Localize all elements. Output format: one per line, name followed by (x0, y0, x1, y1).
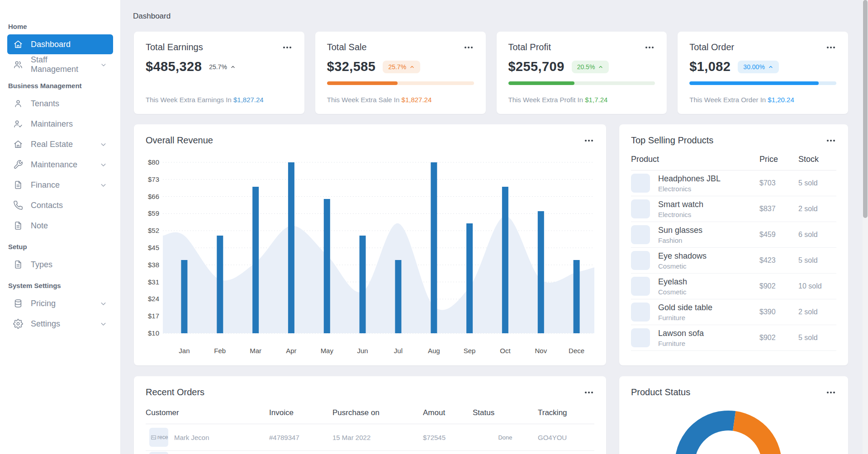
change-value: 30.00% (743, 63, 764, 71)
orders-column-header-status: Status (473, 408, 538, 417)
panel-head: Recent Orders (134, 376, 606, 397)
sidebar-item-label: Finance (31, 180, 60, 190)
ellipsis-icon (645, 46, 654, 49)
sidebar-item-label: Types (31, 260, 52, 270)
card-value: $485,328 (146, 59, 202, 74)
y-axis-label: $38 (148, 261, 159, 269)
revenue-bar-feb (217, 236, 223, 333)
card-value: $255,709 (508, 59, 564, 74)
footer-value: $1,827.24 (233, 96, 264, 104)
chevron-up-icon (768, 64, 773, 70)
footer-value: $1,827.24 (402, 96, 432, 104)
products-column-header-product: Product (631, 155, 759, 164)
stat-card-total-earnings: Total Earnings$485,32825.7%This Week Ext… (134, 32, 304, 114)
revenue-bar-nov (538, 211, 544, 333)
card-footer: This Week Extra Profit In $1,7.24 (508, 96, 655, 104)
product-stock: 2 sold (798, 205, 836, 213)
x-axis-label: Jul (394, 347, 403, 355)
product-name: Sun glasses (658, 226, 702, 235)
ellipsis-button[interactable] (825, 44, 836, 51)
wrench-icon (13, 160, 23, 170)
sidebar-item-dashboard[interactable]: Dashboard (7, 34, 113, 54)
product-thumbnail (631, 225, 650, 244)
sidebar-item-maintainers[interactable]: Maintainers (7, 114, 113, 134)
ellipsis-button[interactable] (825, 137, 836, 144)
product-text: Lawson sofaFurniture (658, 329, 704, 347)
chevron-down-icon (100, 161, 107, 169)
product-price: $390 (759, 308, 798, 316)
sidebar-item-settings[interactable]: Settings (7, 314, 113, 334)
card-title: Total Sale (327, 42, 367, 52)
progress-bar (327, 81, 474, 85)
footer-text: This Week Extra Earnings In (146, 96, 233, 104)
product-stock: 5 sold (798, 256, 836, 265)
ellipsis-button[interactable] (644, 44, 655, 51)
product-main: Lawson sofaFurniture (631, 328, 759, 347)
y-axis-label: $52 (148, 227, 159, 234)
sidebar-item-staff-management[interactable]: Staff Management (7, 55, 113, 75)
product-price: $423 (759, 256, 798, 265)
ellipsis-button[interactable] (825, 389, 836, 396)
x-axis-label: Dece (569, 347, 584, 355)
database-icon (13, 298, 23, 308)
gear-icon (13, 319, 23, 329)
sidebar-item-label: Contacts (31, 201, 63, 210)
product-price: $703 (759, 179, 798, 187)
ellipsis-icon (826, 139, 835, 142)
page-title: Dashboard (133, 12, 171, 21)
recent-orders-panel: Recent Orders CustomerInvoicePusrchase o… (134, 376, 606, 454)
sidebar-item-real-estate[interactable]: Real Estate (7, 134, 113, 154)
ellipsis-icon (826, 391, 835, 394)
sidebar-item-contacts[interactable]: Contacts (7, 195, 113, 215)
products-column-header-stock: Stock (798, 155, 836, 164)
product-category: Cosmetic (658, 288, 687, 296)
chevron-down-icon (100, 300, 107, 307)
sidebar-section-label-home: Home (8, 23, 112, 30)
product-status-panel: Product Status (619, 376, 848, 454)
revenue-bar-dece (574, 260, 580, 333)
product-name: Headphones JBL (658, 174, 721, 184)
revenue-bar-may (324, 199, 330, 333)
ellipsis-button[interactable] (282, 44, 293, 51)
sidebar-item-note[interactable]: Note (7, 216, 113, 236)
scrollbar-thumb[interactable] (863, 0, 868, 218)
products-table: ProductPriceStockHeadphones JBLElectroni… (619, 146, 848, 351)
orders-header-row: CustomerInvoicePusrchase onAmoutStatusTr… (146, 397, 594, 424)
product-text: Smart watchElectronics (658, 200, 703, 218)
change-badge: 30.00% (738, 61, 778, 73)
product-category: Electronics (658, 185, 721, 193)
ellipsis-button[interactable] (463, 44, 474, 51)
product-row-gold-side-table: Gold side tableFurniture$3902 sold (631, 299, 836, 325)
card-title: Total Profit (508, 42, 551, 52)
ellipsis-button[interactable] (583, 389, 594, 396)
ellipsis-icon (283, 46, 292, 49)
change-badge: 25.7% (383, 61, 420, 73)
product-main: Gold side tableFurniture (631, 303, 759, 322)
product-row-lawson-sofa: Lawson sofaFurniture$9025 sold (631, 325, 836, 351)
card-head: Total Profit (508, 42, 655, 52)
change-value: 20.5% (577, 63, 595, 71)
revenue-bar-aug (431, 162, 437, 333)
panel-head: Top Selling Products (619, 124, 848, 146)
product-price: $902 (759, 282, 798, 290)
product-thumbnail (631, 174, 650, 193)
revenue-bar-mar (252, 187, 259, 333)
sidebar-item-tenants[interactable]: Tenants (7, 94, 113, 114)
sidebar-item-pricing[interactable]: Pricing (7, 293, 113, 313)
chevron-down-icon (100, 141, 107, 148)
footer-value: $1,20.24 (768, 96, 794, 104)
product-name: Lawson sofa (658, 329, 704, 338)
product-stock: 5 sold (798, 179, 836, 187)
panel-head: Overall Revenue (134, 124, 606, 146)
card-head: Total Earnings (146, 42, 293, 52)
sidebar-item-types[interactable]: Types (7, 255, 113, 274)
orders-column-header-amout: Amout (423, 408, 473, 417)
sidebar-item-maintenance[interactable]: Maintenance (7, 155, 113, 175)
ellipsis-button[interactable] (583, 137, 594, 144)
progress-fill (327, 81, 398, 85)
y-axis-label: $45 (148, 244, 159, 251)
product-thumbnail (631, 199, 650, 218)
recent-orders-title: Recent Orders (146, 387, 204, 397)
sidebar-item-finance[interactable]: Finance (7, 175, 113, 195)
progress-bar (508, 81, 655, 85)
